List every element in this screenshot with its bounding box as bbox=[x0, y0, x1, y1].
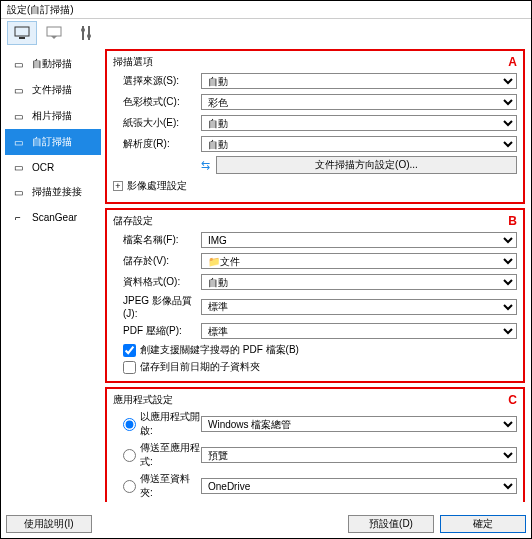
sidebar-item-auto[interactable]: ▭自動掃描 bbox=[5, 51, 101, 77]
jpeg-select[interactable]: 標準 bbox=[201, 299, 517, 315]
pdf-keyword-checkbox[interactable] bbox=[123, 344, 136, 357]
ok-button[interactable]: 確定 bbox=[440, 515, 526, 533]
pdf-select[interactable]: 標準 bbox=[201, 323, 517, 339]
send-app-select[interactable]: 預覽 bbox=[201, 447, 517, 463]
source-select[interactable]: 自動 bbox=[201, 73, 517, 89]
defaults-button[interactable]: 預設值(D) bbox=[348, 515, 434, 533]
custom-icon: ▭ bbox=[10, 136, 26, 148]
section-letter: C bbox=[508, 393, 517, 407]
send-app-label: 傳送至應用程式: bbox=[140, 441, 201, 469]
sidebar-item-label: 文件掃描 bbox=[32, 83, 72, 97]
color-label: 色彩模式(C): bbox=[113, 95, 201, 109]
size-select[interactable]: 自動 bbox=[201, 115, 517, 131]
saveto-label: 儲存於(V): bbox=[113, 254, 201, 268]
expand-icon[interactable]: + bbox=[113, 181, 123, 191]
tab-from-computer[interactable] bbox=[7, 21, 37, 45]
scanner-icon: ⌐ bbox=[10, 211, 26, 223]
source-label: 選擇來源(S): bbox=[113, 74, 201, 88]
svg-rect-2 bbox=[47, 27, 61, 36]
fname-label: 檔案名稱(F): bbox=[113, 233, 201, 247]
date-subfolder-checkbox[interactable] bbox=[123, 361, 136, 374]
sidebar-item-label: 自動掃描 bbox=[32, 57, 72, 71]
sidebar-item-custom[interactable]: ▭自訂掃描 bbox=[5, 129, 101, 155]
sidebar-item-label: 掃描並接接 bbox=[32, 185, 82, 199]
footer: 使用說明(I) 預設值(D) 確定 bbox=[0, 513, 532, 535]
date-subfolder-label: 儲存到目前日期的子資料夾 bbox=[140, 360, 260, 374]
open-app-radio[interactable] bbox=[123, 418, 136, 431]
svg-point-6 bbox=[87, 34, 91, 38]
pdf-label: PDF 壓縮(P): bbox=[113, 324, 201, 338]
saveto-select[interactable]: 📁文件 bbox=[201, 253, 517, 269]
open-app-select[interactable]: Windows 檔案總管 bbox=[201, 416, 517, 432]
fname-select[interactable]: IMG bbox=[201, 232, 517, 248]
jpeg-label: JPEG 影像品質(J): bbox=[113, 294, 201, 319]
svg-rect-0 bbox=[15, 27, 29, 36]
sidebar-item-label: 相片掃描 bbox=[32, 109, 72, 123]
sidebar: ▭自動掃描 ▭文件掃描 ▭相片掃描 ▭自訂掃描 ▭OCR ▭掃描並接接 ⌐Sca… bbox=[1, 47, 103, 502]
sidebar-item-label: OCR bbox=[32, 162, 54, 173]
section-head: 儲存設定 bbox=[113, 214, 517, 228]
section-letter: A bbox=[508, 55, 517, 69]
tab-tools[interactable] bbox=[71, 21, 101, 45]
open-app-label: 以應用程式開啟: bbox=[140, 410, 201, 438]
sidebar-item-photo[interactable]: ▭相片掃描 bbox=[5, 103, 101, 129]
fmt-label: 資料格式(O): bbox=[113, 275, 201, 289]
res-label: 解析度(R): bbox=[113, 137, 201, 151]
swap-icon[interactable]: ⇆ bbox=[201, 159, 210, 172]
orientation-button[interactable]: 文件掃描方向設定(O)... bbox=[216, 156, 517, 174]
pdf-keyword-label: 創建支援關鍵字搜尋的 PDF 檔案(B) bbox=[140, 343, 299, 357]
stitch-icon: ▭ bbox=[10, 186, 26, 198]
send-folder-label: 傳送至資料夾: bbox=[140, 472, 201, 500]
section-app-settings: C 應用程式設定 以應用程式開啟:Windows 檔案總管 傳送至應用程式:預覽… bbox=[105, 387, 525, 502]
section-letter: B bbox=[508, 214, 517, 228]
doc-icon: ▭ bbox=[10, 84, 26, 96]
color-select[interactable]: 彩色 bbox=[201, 94, 517, 110]
svg-rect-1 bbox=[19, 37, 25, 39]
sidebar-item-ocr[interactable]: ▭OCR bbox=[5, 155, 101, 179]
tab-to-computer[interactable] bbox=[39, 21, 69, 45]
send-folder-radio[interactable] bbox=[123, 480, 136, 493]
image-processing-label: 影像處理設定 bbox=[127, 179, 187, 193]
send-app-radio[interactable] bbox=[123, 449, 136, 462]
section-save-settings: B 儲存設定 檔案名稱(F):IMG 儲存於(V):📁文件 資料格式(O):自動… bbox=[105, 208, 525, 383]
section-head: 掃描選項 bbox=[113, 55, 517, 69]
sidebar-item-scangear[interactable]: ⌐ScanGear bbox=[5, 205, 101, 229]
res-select[interactable]: 自動 bbox=[201, 136, 517, 152]
ocr-icon: ▭ bbox=[10, 161, 26, 173]
help-button[interactable]: 使用說明(I) bbox=[6, 515, 92, 533]
svg-point-5 bbox=[81, 28, 85, 32]
toolbar bbox=[1, 19, 531, 47]
fmt-select[interactable]: 自動 bbox=[201, 274, 517, 290]
sidebar-item-label: ScanGear bbox=[32, 212, 77, 223]
doc-icon: ▭ bbox=[10, 58, 26, 70]
sidebar-item-stitch[interactable]: ▭掃描並接接 bbox=[5, 179, 101, 205]
section-head: 應用程式設定 bbox=[113, 393, 517, 407]
sidebar-item-label: 自訂掃描 bbox=[32, 135, 72, 149]
window-title: 設定(自訂掃描) bbox=[1, 1, 531, 19]
sidebar-item-document[interactable]: ▭文件掃描 bbox=[5, 77, 101, 103]
section-scan-options: A 掃描選項 選擇來源(S):自動 色彩模式(C):彩色 紙張大小(E):自動 … bbox=[105, 49, 525, 204]
size-label: 紙張大小(E): bbox=[113, 116, 201, 130]
send-folder-select[interactable]: OneDrive bbox=[201, 478, 517, 494]
photo-icon: ▭ bbox=[10, 110, 26, 122]
